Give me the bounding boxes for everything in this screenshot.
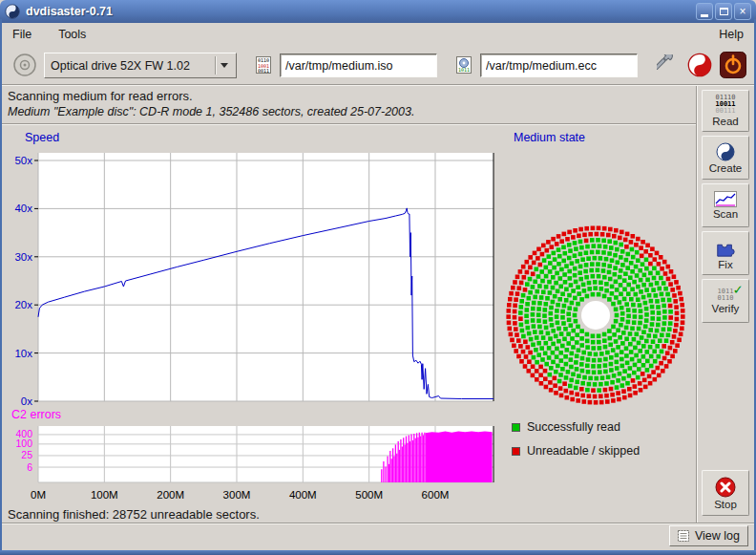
maximize-button[interactable] (715, 3, 732, 20)
svg-text:0M: 0M (31, 489, 46, 501)
quit-button[interactable] (718, 50, 748, 80)
legend-unreadable: Unreadable / skipped (512, 444, 640, 458)
stop-button-label: Stop (714, 499, 737, 510)
dvdisaster-logo-icon (687, 53, 712, 77)
svg-text:0011: 0011 (258, 68, 269, 74)
svg-text:300M: 300M (223, 489, 251, 501)
chevron-down-icon (220, 63, 228, 68)
fix-icon (715, 237, 736, 258)
legend-read: Successfully read (512, 420, 620, 434)
legend-unreadable-swatch (512, 447, 520, 456)
minimize-button[interactable] (696, 3, 713, 20)
titlebar[interactable]: dvdisaster-0.71 × (0, 0, 756, 23)
svg-text:200M: 200M (157, 489, 184, 501)
verify-icon: 1011 0110 ✓ (718, 288, 734, 302)
svg-text:50x: 50x (14, 155, 32, 166)
menu-file[interactable]: File (10, 26, 34, 43)
footer-separator (0, 523, 756, 524)
maximize-icon (720, 8, 728, 15)
close-icon: × (739, 6, 746, 17)
ecc-file-icon: 1011 (452, 53, 475, 76)
svg-text:400M: 400M (289, 489, 317, 501)
close-button[interactable]: × (734, 3, 751, 20)
svg-text:6: 6 (27, 461, 32, 473)
fix-button[interactable]: Fix (702, 231, 749, 275)
status-line-2: Medium "Example disc": CD-R mode 1, 3524… (8, 105, 414, 118)
window-frame-bottom (0, 550, 756, 555)
power-icon (719, 51, 747, 79)
combo-separator (215, 56, 216, 75)
footer-status: Scanning finished: 28752 unreadable sect… (8, 507, 260, 522)
status-separator (0, 123, 696, 125)
svg-text:0x: 0x (21, 395, 32, 407)
scan-button-label: Scan (713, 208, 738, 220)
view-log-icon (678, 530, 689, 542)
iso-file-icon: 0110 1001 0011 (252, 53, 275, 76)
scan-button[interactable]: Scan (702, 183, 749, 227)
read-button-label: Read (712, 116, 739, 127)
status-line-1: Scanning medium for read errors. (8, 89, 193, 103)
legend-read-label: Successfully read (527, 420, 620, 434)
read-button[interactable]: 01110 10011 00111 Read (702, 90, 749, 132)
view-log-button[interactable]: View log (669, 525, 748, 546)
svg-text:10x: 10x (14, 348, 32, 359)
svg-text:500M: 500M (355, 489, 383, 501)
view-log-label: View log (695, 529, 740, 543)
stop-button[interactable]: Stop (702, 470, 749, 516)
minimize-icon (701, 14, 708, 17)
svg-text:600M: 600M (422, 489, 450, 501)
speed-c2-chart: 0M100M200M300M400M500M600M50x40x30x20x10… (0, 143, 506, 518)
speed-chart-label: Speed (25, 131, 59, 144)
check-icon: ✓ (733, 287, 742, 293)
scan-icon (714, 191, 737, 207)
medium-state-disc (500, 222, 691, 413)
svg-text:1011: 1011 (458, 67, 470, 73)
sidebar-separator (696, 86, 698, 523)
menu-help[interactable]: Help (716, 26, 746, 43)
create-button[interactable]: Create (702, 136, 749, 180)
svg-text:100: 100 (15, 438, 32, 449)
create-icon (716, 142, 735, 161)
svg-text:30x: 30x (14, 251, 32, 263)
stop-icon (715, 477, 736, 498)
svg-text:25: 25 (21, 449, 32, 460)
iso-file-input[interactable] (280, 53, 437, 77)
svg-text:40x: 40x (14, 203, 32, 214)
drive-select[interactable]: Optical drive 52X FW 1.02 (44, 53, 237, 78)
legend-unreadable-label: Unreadable / skipped (527, 444, 640, 458)
read-icon: 01110 10011 00111 (715, 95, 735, 115)
menu-tools[interactable]: Tools (55, 26, 89, 43)
legend-read-swatch (512, 423, 520, 432)
svg-text:20x: 20x (14, 299, 32, 310)
svg-text:100M: 100M (91, 489, 118, 501)
toolbar-separator (0, 84, 756, 86)
drive-select-value: Optical drive 52X FW 1.02 (51, 59, 210, 73)
verify-button-label: Verify (712, 303, 740, 314)
fix-button-label: Fix (718, 259, 732, 270)
preferences-button[interactable] (655, 53, 680, 79)
wrench-icon (657, 54, 678, 77)
verify-button[interactable]: 1011 0110 ✓ Verify (702, 279, 749, 323)
menubar: File Tools Help (2, 23, 754, 45)
ecc-file-input[interactable] (480, 53, 638, 77)
logo-button[interactable] (685, 51, 714, 79)
app-icon (5, 4, 20, 19)
create-button-label: Create (709, 162, 743, 174)
drive-icon[interactable] (11, 52, 38, 78)
window-frame-left (0, 19, 2, 555)
window-title: dvdisaster-0.71 (26, 5, 113, 18)
medium-state-label: Medium state (514, 131, 585, 144)
